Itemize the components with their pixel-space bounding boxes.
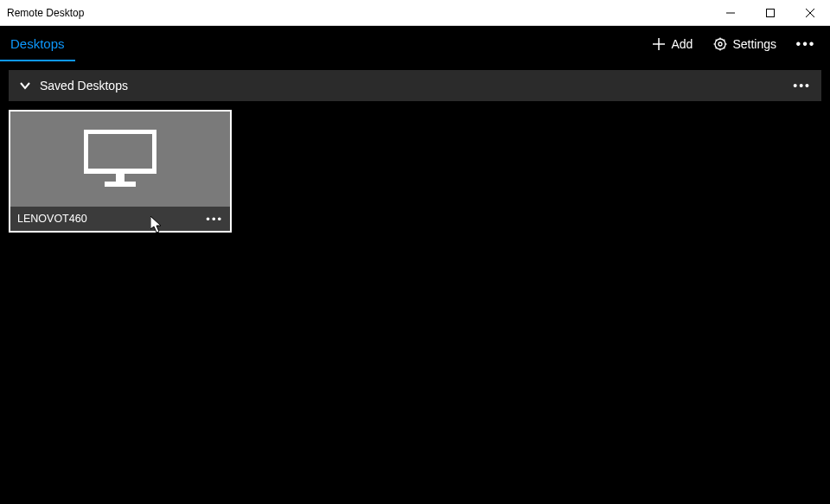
settings-button-label: Settings [732,37,776,51]
svg-rect-18 [105,182,136,187]
tile-thumbnail [10,112,230,207]
add-button[interactable]: Add [643,27,701,61]
maximize-icon [766,9,775,17]
more-icon: ••• [796,36,816,52]
section-more-button[interactable]: ••• [793,79,811,93]
tab-desktops-label: Desktops [10,36,65,51]
settings-button[interactable]: Settings [705,27,785,61]
tile-more-button[interactable]: ••• [206,213,223,226]
appbar-tabs: Desktops [0,26,75,61]
add-button-label: Add [671,37,693,51]
maximize-button[interactable] [750,0,790,26]
more-icon: ••• [206,213,223,226]
appbar-actions: Add Settings ••• [643,26,823,61]
appbar-more-button[interactable]: ••• [788,36,823,52]
monitor-icon [84,130,156,188]
chevron-down-icon [19,80,31,92]
section-header-left: Saved Desktops [19,79,128,93]
titlebar: Remote Desktop [0,0,830,26]
svg-rect-1 [767,9,775,16]
desktop-tile[interactable]: LENOVOT460 ••• [9,110,232,233]
section-header-saved-desktops[interactable]: Saved Desktops ••• [9,70,821,101]
tile-name: LENOVOT460 [17,213,87,225]
svg-point-7 [718,42,722,46]
gear-icon [713,37,727,51]
svg-rect-16 [86,131,155,171]
close-icon [806,9,814,17]
appbar: Desktops Add Sett [0,26,830,61]
section-title: Saved Desktops [40,79,128,93]
window-title: Remote Desktop [7,7,84,19]
minimize-button[interactable] [711,0,750,26]
close-button[interactable] [790,0,830,26]
tiles-container: LENOVOT460 ••• [0,101,830,241]
tab-desktops[interactable]: Desktops [0,26,75,61]
minimize-icon [726,9,735,17]
plus-icon [652,37,666,51]
svg-rect-17 [116,171,124,182]
titlebar-controls [711,0,830,26]
more-icon: ••• [793,79,811,93]
tile-footer: LENOVOT460 ••• [10,207,230,231]
